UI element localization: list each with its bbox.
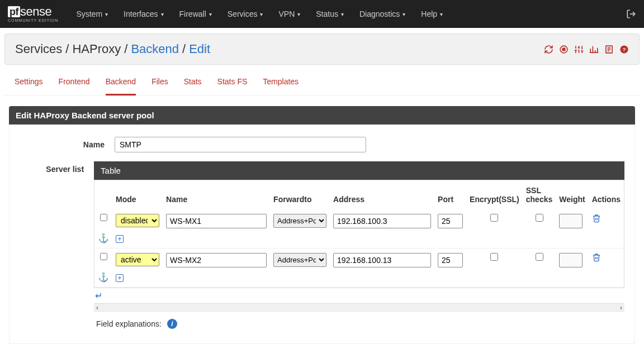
breadcrumb: Services / HAProxy / Backend / Edit (15, 42, 210, 56)
tab-backend[interactable]: Backend (106, 77, 136, 95)
info-icon[interactable]: i (167, 319, 177, 329)
nav-firewall[interactable]: Firewall▾ (172, 0, 220, 28)
return-icon[interactable]: ↵ (95, 291, 102, 300)
encrypt-checkbox[interactable] (490, 214, 498, 222)
tab-stats[interactable]: Stats (184, 77, 202, 95)
weight-input[interactable] (559, 214, 583, 228)
breadcrumb-services[interactable]: Services (15, 42, 62, 56)
caret-icon: ▾ (440, 11, 443, 17)
logo-text: sense (20, 6, 51, 18)
table-row-controls: ⚓ + (94, 270, 624, 288)
col-name: Name (163, 180, 270, 209)
weight-input[interactable] (559, 253, 583, 267)
sliders-icon[interactable] (574, 45, 584, 54)
stop-icon[interactable] (559, 45, 569, 54)
tab-statsfs[interactable]: Stats FS (217, 77, 248, 95)
col-weight: Weight (556, 180, 588, 209)
header-action-icons: ? (544, 45, 629, 54)
nav-status[interactable]: Status▾ (308, 0, 352, 28)
nav-diagnostics[interactable]: Diagnostics▾ (352, 0, 413, 28)
nav-interfaces[interactable]: Interfaces▾ (116, 0, 171, 28)
delete-icon[interactable] (592, 253, 621, 262)
address-input[interactable] (333, 214, 431, 228)
port-input[interactable] (438, 214, 463, 228)
caret-icon: ▾ (402, 11, 405, 17)
caret-icon: ▾ (105, 11, 108, 17)
col-actions: Actions (589, 180, 624, 209)
table-row: active Address+Port (94, 248, 624, 270)
caret-icon: ▾ (161, 11, 164, 17)
nav-vpn[interactable]: VPN▾ (271, 0, 308, 28)
col-address: Address (330, 180, 434, 209)
server-name-input[interactable] (166, 253, 267, 267)
col-forwardto: Forwardto (270, 180, 330, 209)
panel-title: Edit HAProxy Backend server pool (9, 106, 635, 125)
anchor-icon[interactable]: ⚓ (98, 233, 109, 243)
tab-settings[interactable]: Settings (15, 77, 43, 95)
help-icon[interactable]: ? (619, 45, 629, 54)
mode-select[interactable]: disabled (116, 214, 159, 227)
encrypt-checkbox[interactable] (490, 253, 498, 261)
logout-icon[interactable] (626, 9, 636, 19)
add-icon[interactable]: + (116, 274, 124, 282)
forwardto-select[interactable]: Address+Port (273, 253, 326, 267)
logo[interactable]: pfsense COMMUNITY EDITION (8, 6, 58, 22)
tab-templates[interactable]: Templates (263, 77, 299, 95)
row-select-checkbox[interactable] (100, 214, 107, 221)
tab-files[interactable]: Files (151, 77, 168, 95)
add-icon[interactable]: + (116, 235, 124, 243)
logo-box: pf (8, 6, 20, 17)
address-input[interactable] (333, 253, 431, 267)
field-explanations-label: Field explanations: (96, 319, 162, 328)
breadcrumb-edit[interactable]: Edit (189, 42, 210, 56)
nav-services[interactable]: Services▾ (220, 0, 271, 28)
mode-select[interactable]: active (116, 253, 159, 266)
stats-icon[interactable] (589, 45, 599, 54)
top-navbar: pfsense COMMUNITY EDITION System▾ Interf… (0, 0, 644, 28)
table-row-controls: ⚓ + (94, 231, 624, 248)
col-sslchecks: SSL checks (523, 180, 556, 209)
page-header: Services / HAProxy / Backend / Edit ? (4, 34, 640, 65)
horizontal-scrollbar[interactable] (94, 303, 624, 312)
server-table-wrap: Mode Name Forwardto Address Port Encrypt… (94, 180, 624, 288)
server-table: Mode Name Forwardto Address Port Encrypt… (94, 180, 624, 288)
delete-icon[interactable] (592, 214, 621, 223)
anchor-icon[interactable]: ⚓ (98, 272, 109, 282)
log-icon[interactable] (604, 45, 614, 54)
server-name-input[interactable] (166, 214, 267, 228)
caret-icon: ▾ (297, 11, 300, 17)
caret-icon: ▾ (260, 11, 263, 17)
tabbar: Settings Frontend Backend Files Stats St… (4, 65, 640, 96)
sslchecks-checkbox[interactable] (536, 214, 543, 222)
table-title: Table (94, 161, 624, 180)
breadcrumb-backend[interactable]: Backend (131, 42, 179, 56)
restart-icon[interactable] (544, 45, 553, 54)
nav-help[interactable]: Help▾ (413, 0, 451, 28)
tab-frontend[interactable]: Frontend (59, 77, 90, 95)
sslchecks-checkbox[interactable] (536, 253, 543, 261)
breadcrumb-haproxy[interactable]: HAProxy (72, 42, 121, 56)
svg-rect-2 (562, 48, 565, 50)
table-row: disabled Address+Port (94, 209, 624, 231)
col-encrypt: Encrypt(SSL) (466, 180, 523, 209)
svg-text:?: ? (622, 46, 626, 52)
forwardto-select[interactable]: Address+Port (273, 214, 326, 228)
nav-menu: System▾ Interfaces▾ Firewall▾ Services▾ … (68, 0, 626, 28)
serverlist-label: Server list (20, 161, 94, 174)
col-port: Port (434, 180, 466, 209)
row-select-checkbox[interactable] (100, 253, 107, 260)
name-label: Name (20, 137, 115, 149)
panel-body: Name Server list Table Mode (9, 125, 635, 344)
nav-system[interactable]: System▾ (68, 0, 116, 28)
col-mode: Mode (112, 180, 163, 209)
caret-icon: ▾ (341, 11, 344, 17)
name-input[interactable] (115, 137, 366, 152)
logo-subtext: COMMUNITY EDITION (8, 18, 58, 22)
caret-icon: ▾ (209, 11, 212, 17)
port-input[interactable] (438, 253, 463, 267)
